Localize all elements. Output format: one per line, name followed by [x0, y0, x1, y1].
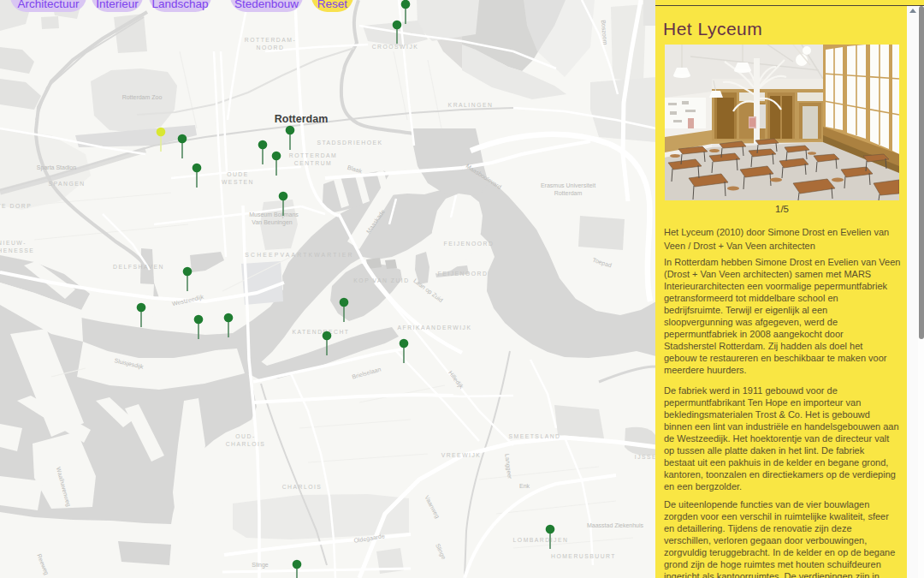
svg-text:IJSSELMONDE: IJSSELMONDE	[635, 454, 656, 460]
svg-text:CROOSWIJK: CROOSWIJK	[372, 44, 419, 50]
svg-text:TTE DORP: TTE DORP	[0, 203, 32, 209]
svg-text:SMEETSLAND: SMEETSLAND	[508, 433, 560, 439]
svg-text:STADSDRIEHOEK: STADSDRIEHOEK	[317, 140, 382, 146]
svg-text:HOMERUSBUURT: HOMERUSBUURT	[551, 553, 616, 559]
svg-text:Enk: Enk	[519, 483, 530, 489]
svg-text:THENESSE: THENESSE	[0, 247, 34, 253]
svg-text:FEIJENOORD: FEIJENOORD	[444, 241, 495, 247]
svg-text:DELFSHAVEN: DELFSHAVEN	[113, 264, 164, 270]
svg-text:Rotterdam: Rotterdam	[275, 113, 329, 125]
svg-text:LOMBARDIJEN: LOMBARDIJEN	[513, 537, 569, 543]
svg-text:SCHEEPVAARTKWARTIER: SCHEEPVAARTKWARTIER	[245, 252, 353, 258]
svg-text:Erasmus Universiteit: Erasmus Universiteit	[541, 182, 595, 188]
svg-text:KATENDRECHT: KATENDRECHT	[293, 329, 350, 335]
svg-text:SPANGEN: SPANGEN	[48, 181, 85, 187]
svg-text:OUD-: OUD-	[235, 433, 255, 439]
svg-text:KOP VAN ZUID: KOP VAN ZUID	[353, 277, 409, 283]
svg-text:Maasstad Ziekenhuis: Maasstad Ziekenhuis	[587, 522, 644, 528]
svg-text:CENTRUM: CENTRUM	[294, 160, 332, 166]
svg-text:WESTEN: WESTEN	[222, 179, 254, 185]
svg-text:Museum Boijmans: Museum Boijmans	[249, 212, 299, 218]
svg-text:ROTTERDAM: ROTTERDAM	[289, 152, 338, 158]
svg-text:VREEWIJK: VREEWIJK	[441, 452, 482, 458]
svg-text:CHARLOIS: CHARLOIS	[282, 484, 323, 490]
svg-text:Van Beuningen: Van Beuningen	[252, 219, 292, 226]
svg-text:Rotterdam: Rotterdam	[554, 190, 583, 196]
svg-text:ROTTERDAM-: ROTTERDAM-	[245, 37, 296, 43]
svg-text:KRALINGEN: KRALINGEN	[448, 102, 494, 108]
svg-text:Sparta Stadion: Sparta Stadion	[37, 164, 76, 171]
svg-text:FEIJENOORD: FEIJENOORD	[438, 271, 489, 277]
svg-text:AFRIKAANDERWIJK: AFRIKAANDERWIJK	[398, 325, 472, 331]
svg-text:OUDE: OUDE	[227, 171, 249, 177]
svg-text:Rotterdam Zoo: Rotterdam Zoo	[122, 94, 163, 100]
svg-text:NIEUW-: NIEUW-	[0, 240, 27, 246]
svg-text:CHARLOIS: CHARLOIS	[226, 441, 266, 447]
svg-text:Slinge: Slinge	[252, 562, 269, 569]
svg-text:NOORD: NOORD	[257, 45, 285, 51]
